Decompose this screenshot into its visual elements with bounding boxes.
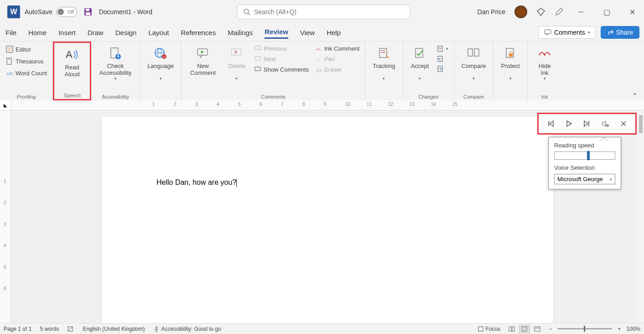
print-layout-button[interactable] (519, 324, 530, 334)
maximize-button[interactable]: ▢ (598, 4, 615, 20)
title-bar: W AutoSave Off Document1 - Word Dan Pric… (0, 0, 644, 24)
group-speech: A Read Aloud Speech (53, 42, 91, 100)
ink-icon (315, 46, 322, 52)
next-comment-button: Next (253, 55, 311, 63)
autosave-toggle[interactable]: Off (56, 7, 77, 17)
tab-home[interactable]: Home (28, 27, 47, 38)
new-comment-button[interactable]: New Comment (185, 44, 221, 78)
tab-file[interactable]: File (5, 27, 16, 38)
ribbon: Editor Thesaurus 123Word Count Proofing … (0, 41, 644, 100)
document-page[interactable]: Hello Dan, how are you? (102, 117, 553, 323)
eraser-icon (315, 67, 322, 73)
zoom-slider[interactable] (557, 328, 612, 329)
share-button[interactable]: Share (601, 26, 639, 39)
next-change-icon (437, 65, 444, 73)
voice-selection-label: Voice Selection (554, 164, 615, 171)
tab-draw[interactable]: Draw (88, 27, 104, 38)
tab-view[interactable]: View (300, 27, 315, 38)
word-count-icon: 123 (5, 69, 14, 77)
group-proofing: Editor Thesaurus 123Word Count Proofing (0, 42, 53, 100)
reading-speed-slider[interactable] (554, 151, 615, 160)
svg-text:123: 123 (6, 72, 13, 76)
zoom-percentage[interactable]: 100% (626, 326, 640, 332)
read-aloud-button[interactable]: A Read Aloud (58, 46, 86, 79)
check-accessibility-button[interactable]: Check Accessibility▾ (95, 44, 136, 83)
read-aloud-play-button[interactable] (564, 119, 574, 129)
accessibility-status[interactable]: Accessibility: Good to go (153, 326, 221, 332)
pen-icon (315, 56, 322, 63)
minimize-button[interactable]: ─ (573, 4, 589, 20)
svg-point-3 (244, 9, 249, 14)
thesaurus-icon (5, 57, 14, 65)
compare-button[interactable]: Compare▾ (458, 44, 489, 83)
svg-rect-7 (7, 58, 11, 64)
show-comments-button[interactable]: Show Comments (253, 65, 311, 74)
tracking-icon (376, 46, 392, 61)
read-aloud-close-button[interactable] (618, 119, 628, 129)
voice-selection-dropdown[interactable]: Microsoft George▾ (554, 174, 615, 184)
autosave-label: AutoSave (25, 8, 52, 16)
read-aloud-next-button[interactable] (582, 119, 592, 129)
ribbon-tabs: File Home Insert Draw Design Layout Refe… (0, 24, 644, 41)
document-title: Document1 - Word (99, 8, 152, 16)
zoom-out-button[interactable]: − (549, 326, 552, 332)
svg-point-35 (156, 327, 157, 329)
vertical-scrollbar[interactable] (637, 110, 644, 323)
ink-comment-button[interactable]: Ink Comment (313, 44, 361, 53)
user-avatar[interactable] (514, 5, 527, 18)
language-icon (152, 46, 169, 61)
comments-button[interactable]: Comments ▾ (538, 26, 596, 39)
tab-insert[interactable]: Insert (58, 27, 76, 38)
zoom-in-button[interactable]: + (618, 326, 621, 332)
search-box[interactable] (237, 5, 410, 19)
prev-change-icon (437, 55, 444, 63)
accept-button[interactable]: Accept▾ (407, 44, 433, 83)
status-words[interactable]: 5 words (40, 326, 59, 332)
thesaurus-button[interactable]: Thesaurus (4, 56, 49, 66)
web-layout-button[interactable] (531, 324, 543, 334)
tab-design[interactable]: Design (115, 27, 137, 38)
tab-mailings[interactable]: Mailings (228, 27, 253, 38)
document-body-text[interactable]: Hello Dan, how are you? (156, 178, 236, 186)
protect-icon (502, 46, 519, 61)
svg-rect-24 (379, 48, 387, 57)
svg-rect-40 (535, 327, 540, 331)
delete-icon (229, 46, 245, 61)
status-page[interactable]: Page 1 of 1 (4, 326, 31, 332)
tab-help[interactable]: Help (327, 27, 341, 38)
search-input[interactable] (254, 8, 405, 16)
focus-button[interactable]: Focus (478, 326, 501, 332)
search-icon (243, 8, 250, 16)
diamond-icon[interactable] (536, 7, 545, 16)
focus-icon (478, 326, 484, 332)
word-count-button[interactable]: 123Word Count (4, 68, 49, 78)
next-change-button[interactable] (435, 64, 450, 73)
tab-layout[interactable]: Layout (148, 27, 169, 38)
show-comments-icon (254, 67, 262, 73)
previous-change-button[interactable] (435, 54, 450, 63)
group-protect: Protect▾ (493, 42, 528, 100)
ruler-corner[interactable]: ◣ (0, 100, 11, 110)
tab-review[interactable]: Review (265, 26, 288, 39)
language-button[interactable]: Language▾ (144, 44, 177, 83)
tracking-button[interactable]: Tracking▾ (369, 44, 399, 83)
spell-check-icon[interactable] (67, 326, 74, 332)
read-aloud-previous-button[interactable] (545, 119, 556, 129)
reject-icon (437, 45, 444, 52)
svg-line-4 (248, 13, 250, 15)
collapse-ribbon-button[interactable]: ⌄ (632, 88, 638, 97)
save-icon[interactable] (83, 6, 93, 17)
editor-button[interactable]: Editor (4, 44, 49, 54)
read-aloud-settings-button[interactable] (600, 119, 610, 129)
hide-ink-button[interactable]: Hide Ink▾ (531, 44, 558, 83)
previous-comment-button: Previous (253, 44, 311, 53)
pencil-icon[interactable] (555, 7, 564, 16)
tab-references[interactable]: References (181, 27, 216, 38)
protect-button[interactable]: Protect▾ (497, 44, 524, 83)
close-button[interactable]: ✕ (624, 4, 640, 20)
svg-text:A: A (66, 49, 73, 60)
status-language[interactable]: English (United Kingdom) (83, 326, 145, 332)
reject-button[interactable]: ▾ (435, 44, 450, 53)
read-mode-button[interactable] (506, 324, 518, 334)
svg-rect-30 (474, 49, 479, 56)
